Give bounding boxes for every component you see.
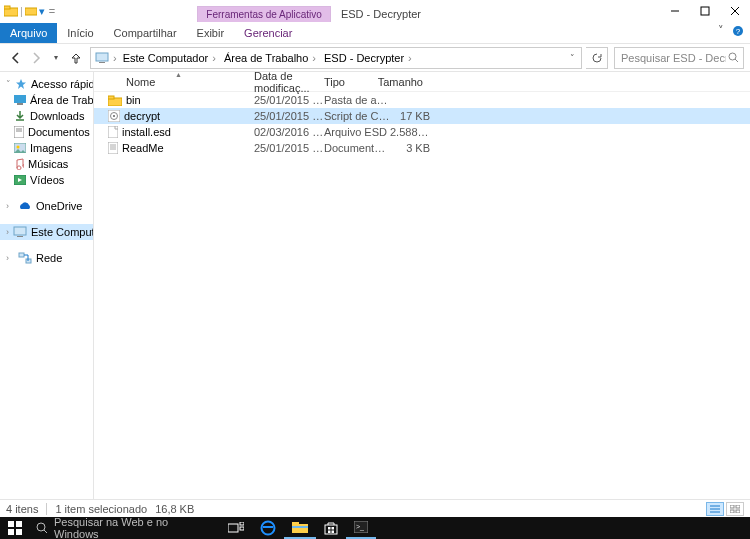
sidebar-item-music[interactable]: Músicas: [0, 156, 93, 172]
svg-rect-45: [8, 521, 14, 527]
taskbar-search[interactable]: Pesquisar na Web e no Windows: [30, 517, 220, 539]
sidebar-item-thispc[interactable]: › Este Computador: [0, 224, 93, 240]
folder-icon: [108, 95, 122, 106]
svg-line-12: [735, 59, 738, 62]
file-row[interactable]: install.esd02/03/2016 17:45Arquivo ESD2.…: [94, 124, 750, 140]
ribbon-expand-icon[interactable]: ˅: [718, 24, 724, 37]
window-controls: [660, 0, 750, 22]
svg-rect-29: [108, 96, 114, 99]
cmd-icon: [108, 110, 120, 122]
file-size: 3 KB: [390, 142, 430, 154]
sidebar-item-videos[interactable]: Vídeos: [0, 172, 93, 188]
folder-small-icon[interactable]: [25, 6, 37, 16]
caret-icon[interactable]: ›: [6, 227, 9, 237]
sidebar-item-pictures[interactable]: Imagens: [0, 140, 93, 156]
sidebar-item-onedrive[interactable]: › OneDrive: [0, 198, 93, 214]
col-size[interactable]: Tamanho: [390, 72, 430, 91]
crumb-desktop[interactable]: Área de Trabalho›: [220, 52, 320, 64]
taskbar-store[interactable]: [316, 517, 346, 539]
svg-rect-34: [108, 142, 118, 154]
sidebar-item-desktop[interactable]: Área de Trabalho: [0, 92, 93, 108]
svg-rect-44: [736, 510, 740, 513]
taskbar-explorer[interactable]: [284, 517, 316, 539]
taskbar-cmd[interactable]: >_: [346, 517, 376, 539]
start-button[interactable]: [0, 517, 30, 539]
sidebar-label: Área de Trabalho: [30, 94, 94, 106]
sidebar-label: Acesso rápido: [31, 78, 94, 90]
ribbon-tab-manage[interactable]: Gerenciar: [234, 23, 302, 43]
crumb-folder[interactable]: ESD - Decrypter›: [320, 52, 416, 64]
view-large-button[interactable]: [726, 502, 744, 516]
ribbon-file-tab[interactable]: Arquivo: [0, 23, 57, 43]
desktop-icon: [14, 95, 26, 105]
svg-rect-25: [17, 236, 23, 237]
search-box[interactable]: [614, 47, 744, 69]
downloads-icon: [14, 110, 26, 122]
svg-rect-59: [328, 527, 331, 530]
close-button[interactable]: [720, 0, 750, 22]
file-row[interactable]: decrypt25/01/2015 18:44Script de Comand.…: [94, 108, 750, 124]
svg-rect-15: [17, 103, 23, 105]
file-name: decrypt: [124, 110, 160, 122]
taskbar-search-placeholder: Pesquisar na Web e no Windows: [54, 516, 212, 539]
svg-point-11: [729, 53, 736, 60]
svg-rect-24: [14, 227, 26, 235]
file-name: bin: [126, 94, 141, 106]
sidebar-label: Músicas: [28, 158, 68, 170]
crumb-thispc[interactable]: Este Computador›: [119, 52, 220, 64]
file-type: Script de Comand...: [324, 110, 390, 122]
taskbar-edge[interactable]: [252, 517, 284, 539]
svg-rect-10: [99, 62, 105, 63]
ribbon-tab-share[interactable]: Compartilhar: [104, 23, 187, 43]
taskbar: Pesquisar na Web e no Windows >_: [0, 517, 750, 539]
sidebar-item-quick-access[interactable]: ˅ Acesso rápido: [0, 76, 93, 92]
file-list: ▲Nome Data de modificaç... Tipo Tamanho …: [94, 72, 750, 499]
sidebar-label: Rede: [36, 252, 62, 264]
svg-marker-13: [16, 79, 26, 89]
col-date[interactable]: Data de modificaç...: [254, 72, 324, 91]
col-name[interactable]: ▲Nome: [104, 72, 254, 91]
ribbon-tab-view[interactable]: Exibir: [187, 23, 235, 43]
back-button[interactable]: [6, 48, 26, 68]
file-date: 02/03/2016 17:45: [254, 126, 324, 138]
quick-access-toolbar: | ▾ =: [0, 5, 57, 18]
svg-rect-55: [292, 524, 308, 533]
checkmark-icon[interactable]: ▾: [39, 5, 45, 18]
sidebar-item-downloads[interactable]: Downloads: [0, 108, 93, 124]
ribbon-tab-home[interactable]: Início: [57, 23, 103, 43]
forward-button[interactable]: [26, 48, 46, 68]
sidebar-item-documents[interactable]: Documentos: [0, 124, 93, 140]
minimize-button[interactable]: [660, 0, 690, 22]
file-row[interactable]: ReadMe25/01/2015 17:44Documento de Te...…: [94, 140, 750, 156]
qat-divider: =: [49, 5, 55, 17]
search-input[interactable]: [619, 51, 728, 65]
svg-text:?: ?: [736, 27, 741, 36]
view-details-button[interactable]: [706, 502, 724, 516]
caret-icon[interactable]: ›: [6, 253, 14, 263]
help-icon[interactable]: ?: [732, 25, 744, 37]
svg-line-50: [44, 530, 47, 533]
svg-rect-51: [228, 524, 238, 532]
svg-text:>_: >_: [356, 523, 364, 531]
navigation-bar: ▾ › Este Computador› Área de Trabalho› E…: [0, 44, 750, 72]
caret-icon[interactable]: ›: [6, 201, 14, 211]
address-bar[interactable]: › Este Computador› Área de Trabalho› ESD…: [90, 47, 582, 69]
refresh-button[interactable]: [586, 47, 608, 69]
task-view-button[interactable]: [220, 517, 252, 539]
documents-icon: [14, 126, 24, 138]
sidebar-item-network[interactable]: › Rede: [0, 250, 93, 266]
status-sep: [46, 503, 47, 515]
sidebar-label: Este Computador: [31, 226, 94, 238]
recent-dropdown[interactable]: ▾: [46, 48, 66, 68]
file-name: install.esd: [122, 126, 171, 138]
caret-icon[interactable]: ˅: [6, 79, 11, 89]
maximize-button[interactable]: [690, 0, 720, 22]
file-date: 25/01/2015 17:48: [254, 94, 324, 106]
pc-icon: [13, 226, 27, 238]
search-icon[interactable]: [728, 52, 739, 63]
up-button[interactable]: [66, 48, 86, 68]
addr-root-sep[interactable]: ›: [111, 52, 119, 64]
network-icon: [18, 252, 32, 264]
file-row[interactable]: bin25/01/2015 17:48Pasta de arquivos: [94, 92, 750, 108]
address-dropdown[interactable]: ˅: [566, 53, 579, 63]
